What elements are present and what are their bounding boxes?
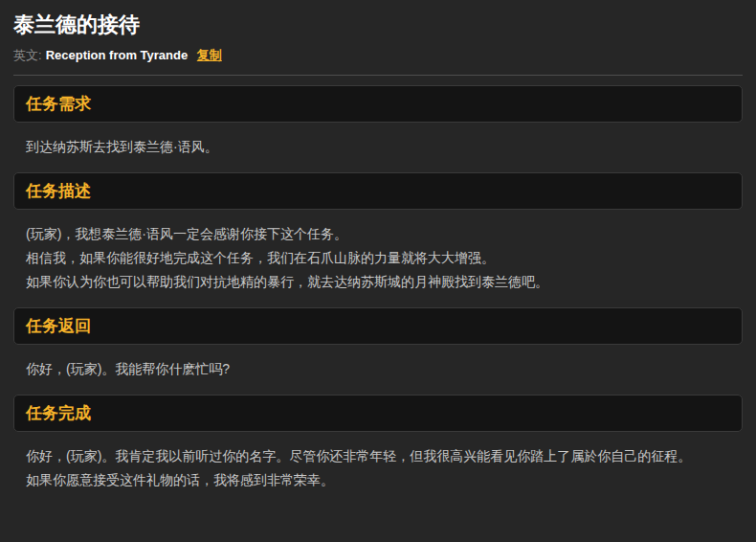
- quest-text-line: 你好，(玩家)。我肯定我以前听过你的名字。尽管你还非常年轻，但我很高兴能看见你踏…: [26, 444, 730, 468]
- section-heading-requirements: 任务需求: [13, 85, 743, 123]
- section-heading-completion: 任务完成: [13, 395, 743, 432]
- section-quest-completion: 任务完成 你好，(玩家)。我肯定我以前听过你的名字。尽管你还非常年轻，但我很高兴…: [13, 395, 743, 492]
- quest-text-line: 如果你愿意接受这件礼物的话，我将感到非常荣幸。: [26, 468, 730, 492]
- section-quest-requirements: 任务需求 到达纳苏斯去找到泰兰德·语风。: [13, 85, 743, 159]
- quest-page: 泰兰德的接待 英文:Reception from Tyrande 复制 任务需求…: [0, 0, 756, 492]
- divider: [13, 75, 743, 76]
- quest-text-line: (玩家)，我想泰兰德·语风一定会感谢你接下这个任务。: [26, 222, 730, 246]
- section-quest-return: 任务返回 你好，(玩家)。我能帮你什麽忙吗?: [13, 307, 743, 381]
- english-label: 英文:: [13, 48, 42, 62]
- quest-text-line: 相信我，如果你能很好地完成这个任务，我们在石爪山脉的力量就将大大增强。: [26, 246, 730, 270]
- quest-text-line: 你好，(玩家)。我能帮你什麽忙吗?: [26, 357, 730, 381]
- english-quest-name: Reception from Tyrande: [46, 48, 189, 62]
- copy-link[interactable]: 复制: [197, 48, 222, 62]
- section-heading-return: 任务返回: [13, 307, 743, 345]
- section-body-return: 你好，(玩家)。我能帮你什麽忙吗?: [13, 357, 743, 381]
- section-quest-description: 任务描述 (玩家)，我想泰兰德·语风一定会感谢你接下这个任务。 相信我，如果你能…: [13, 172, 743, 294]
- section-body-description: (玩家)，我想泰兰德·语风一定会感谢你接下这个任务。 相信我，如果你能很好地完成…: [13, 222, 743, 294]
- quest-text-line: 如果你认为你也可以帮助我们对抗地精的暴行，就去达纳苏斯城的月神殿找到泰兰德吧。: [26, 270, 730, 294]
- section-body-requirements: 到达纳苏斯去找到泰兰德·语风。: [13, 135, 743, 159]
- section-body-completion: 你好，(玩家)。我肯定我以前听过你的名字。尽管你还非常年轻，但我很高兴能看见你踏…: [13, 444, 743, 492]
- page-title: 泰兰德的接待: [13, 0, 743, 37]
- quest-text-line: 到达纳苏斯去找到泰兰德·语风。: [26, 135, 730, 159]
- english-name-row: 英文:Reception from Tyrande 复制: [13, 48, 743, 63]
- section-heading-description: 任务描述: [13, 172, 743, 210]
